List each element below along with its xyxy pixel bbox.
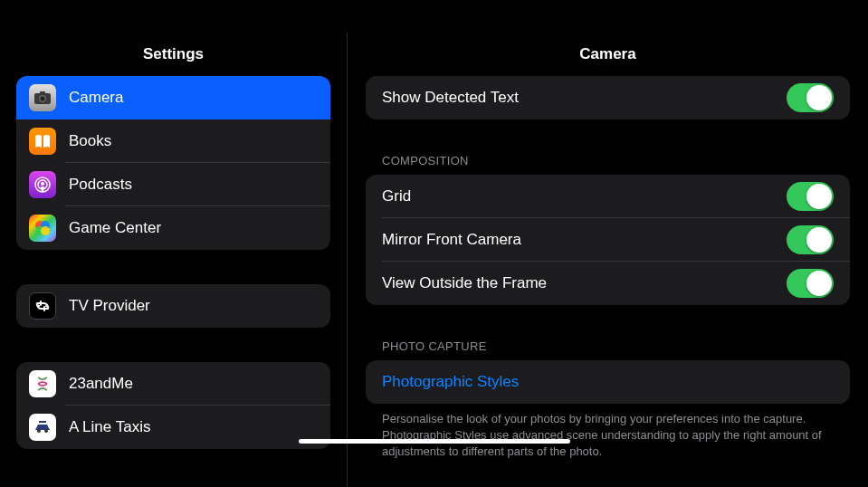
row-photographic-styles[interactable]: Photographic Styles <box>366 360 850 404</box>
sidebar: Settings Camera Books <box>0 33 347 487</box>
row-label: Photographic Styles <box>382 373 519 391</box>
toggle-view-outside-frame[interactable] <box>787 269 834 298</box>
sidebar-item-label: Podcasts <box>69 176 132 194</box>
toggle-mirror-front-camera[interactable] <box>787 225 834 254</box>
sidebar-item-books[interactable]: Books <box>16 119 330 163</box>
section-footer-photo-capture: Personalise the look of your photos by b… <box>366 404 850 461</box>
toggle-grid[interactable] <box>787 182 834 211</box>
row-grid[interactable]: Grid <box>366 175 850 218</box>
sidebar-item-alinetaxis[interactable]: A Line Taxis <box>16 406 330 449</box>
svg-rect-1 <box>40 91 45 94</box>
sidebar-item-gamecenter[interactable]: Game Center <box>16 206 330 250</box>
sidebar-group: Camera Books Podcasts <box>16 76 330 250</box>
svg-point-3 <box>41 97 45 101</box>
sidebar-group: 23andMe A Line Taxis <box>16 362 330 449</box>
section-composition: Grid Mirror Front Camera View Outside th… <box>366 175 850 305</box>
sidebar-title: Settings <box>143 45 204 63</box>
sidebar-item-podcasts[interactable]: Podcasts <box>16 163 330 206</box>
podcasts-icon <box>29 171 56 198</box>
row-label: View Outside the Frame <box>382 274 547 292</box>
camera-icon <box>29 84 56 111</box>
sidebar-item-label: A Line Taxis <box>69 418 150 436</box>
svg-point-10 <box>41 226 50 235</box>
alinetaxis-icon <box>29 414 56 441</box>
sidebar-item-label: Books <box>69 132 111 150</box>
23andme-icon <box>29 370 56 397</box>
section-header-composition: COMPOSITION <box>366 154 850 175</box>
main-title: Camera <box>579 45 635 63</box>
sidebar-item-label: Camera <box>69 89 123 107</box>
sidebar-item-label: Game Center <box>69 219 161 237</box>
svg-rect-13 <box>39 421 46 423</box>
main-header: Camera <box>348 33 868 76</box>
sidebar-group: TV Provider <box>16 284 330 328</box>
gamecenter-icon <box>29 215 56 242</box>
svg-point-12 <box>44 429 48 433</box>
main-panel: Camera Show Detected Text COMPOSITION Gr… <box>347 33 868 487</box>
sidebar-header: Settings <box>0 33 347 76</box>
section-header-photo-capture: PHOTO CAPTURE <box>366 339 850 360</box>
svg-point-11 <box>37 429 41 433</box>
status-bar <box>0 0 868 33</box>
row-label: Mirror Front Camera <box>382 231 521 249</box>
section-top: Show Detected Text <box>366 76 850 119</box>
toggle-show-detected-text[interactable] <box>787 83 834 112</box>
row-label: Grid <box>382 187 411 205</box>
row-show-detected-text[interactable]: Show Detected Text <box>366 76 850 119</box>
row-label: Show Detected Text <box>382 89 519 107</box>
sidebar-item-label: 23andMe <box>69 375 133 393</box>
home-indicator[interactable] <box>299 439 570 444</box>
row-mirror-front-camera[interactable]: Mirror Front Camera <box>366 218 850 262</box>
row-view-outside-frame[interactable]: View Outside the Frame <box>366 262 850 305</box>
sidebar-item-camera[interactable]: Camera <box>16 76 330 119</box>
svg-point-6 <box>41 182 44 186</box>
sidebar-item-tvprovider[interactable]: TV Provider <box>16 284 330 328</box>
tvprovider-icon <box>29 292 56 320</box>
sidebar-item-23andme[interactable]: 23andMe <box>16 362 330 406</box>
sidebar-item-label: TV Provider <box>69 297 150 315</box>
section-photo-capture: Photographic Styles <box>366 360 850 404</box>
books-icon <box>29 128 56 155</box>
